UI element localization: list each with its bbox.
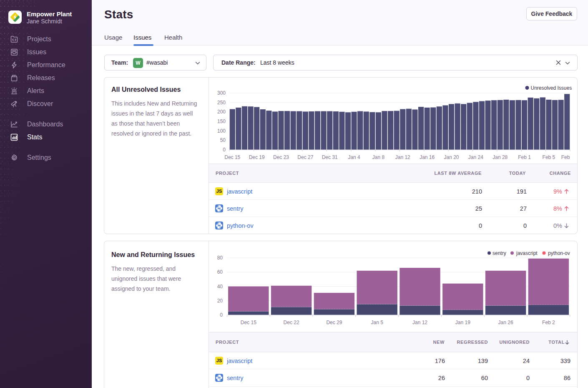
svg-text:sentry: sentry: [493, 250, 506, 256]
svg-text:50: 50: [220, 137, 226, 143]
svg-text:Jan 19: Jan 19: [455, 320, 470, 325]
svg-text:Dec 23: Dec 23: [273, 154, 289, 160]
svg-text:20: 20: [217, 298, 223, 304]
svg-text:Feb 5: Feb 5: [543, 154, 555, 160]
svg-text:Jan 26: Jan 26: [498, 320, 513, 325]
svg-text:javascript: javascript: [516, 250, 538, 256]
svg-text:Jan 12: Jan 12: [395, 154, 410, 160]
svg-text:100: 100: [217, 128, 226, 134]
svg-text:0: 0: [223, 147, 226, 153]
svg-text:Feb 1: Feb 1: [518, 154, 531, 160]
svg-text:Dec 22: Dec 22: [284, 320, 299, 325]
svg-text:Dec 27: Dec 27: [297, 154, 313, 160]
svg-text:python-ov: python-ov: [548, 250, 570, 256]
svg-text:Jan 8: Jan 8: [372, 154, 385, 160]
svg-text:Dec 29: Dec 29: [326, 320, 342, 325]
svg-text:Jan 24: Jan 24: [468, 154, 483, 160]
svg-text:300: 300: [217, 90, 226, 96]
svg-text:0: 0: [220, 312, 223, 318]
svg-text:Dec 15: Dec 15: [241, 320, 256, 325]
svg-text:60: 60: [217, 269, 223, 275]
svg-text:Dec 19: Dec 19: [249, 154, 265, 160]
svg-text:40: 40: [217, 284, 223, 290]
svg-text:Jan 12: Jan 12: [412, 320, 427, 325]
svg-text:Jan 16: Jan 16: [420, 154, 435, 160]
svg-text:80: 80: [217, 255, 223, 261]
svg-text:Jan 20: Jan 20: [444, 154, 459, 160]
svg-text:Jan 5: Jan 5: [371, 320, 384, 325]
svg-text:Jan 4: Jan 4: [348, 154, 360, 160]
svg-text:Feb 2: Feb 2: [542, 320, 555, 325]
svg-text:150: 150: [217, 118, 226, 124]
svg-text:Feb: Feb: [561, 154, 570, 160]
svg-text:Unresolved Issues: Unresolved Issues: [531, 85, 572, 91]
svg-text:250: 250: [217, 100, 226, 106]
svg-text:200: 200: [217, 109, 226, 115]
svg-text:Jan 28: Jan 28: [493, 154, 508, 160]
svg-text:Dec 31: Dec 31: [322, 154, 338, 160]
svg-text:Dec 15: Dec 15: [224, 154, 240, 160]
